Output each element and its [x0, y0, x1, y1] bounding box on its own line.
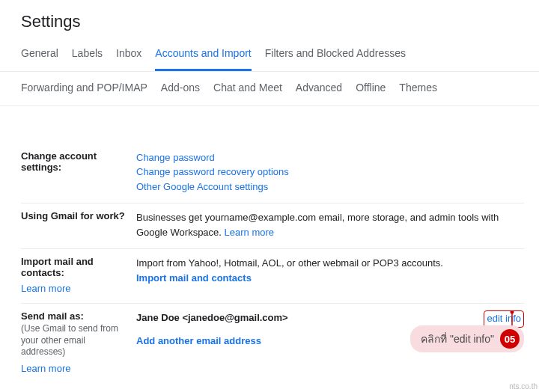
- link-workspace-learn-more[interactable]: Learn more: [225, 227, 274, 238]
- link-send-as-learn-more[interactable]: Learn more: [21, 363, 130, 374]
- tab-forwarding[interactable]: Forwarding and POP/IMAP: [21, 79, 147, 96]
- label-send-mail-as: Send mail as: (Use Gmail to send from yo…: [21, 310, 136, 374]
- link-edit-info[interactable]: edit info: [487, 313, 521, 324]
- label-send-as-text: Send mail as:: [21, 310, 84, 322]
- link-other-settings[interactable]: Other Google Account settings: [136, 180, 524, 195]
- tab-filters[interactable]: Filters and Blocked Addresses: [265, 42, 406, 71]
- label-import-mail-text: Import mail and contacts:: [21, 256, 94, 278]
- tab-accounts-and-import[interactable]: Accounts and Import: [155, 42, 251, 71]
- tab-chat-meet[interactable]: Chat and Meet: [213, 79, 282, 96]
- tab-general[interactable]: General: [21, 42, 58, 71]
- text-work-gmail: Businesses get yourname@example.com emai…: [136, 212, 499, 238]
- link-change-password[interactable]: Change password: [136, 150, 524, 165]
- link-import-learn-more[interactable]: Learn more: [21, 283, 130, 294]
- label-work-gmail: Using Gmail for work?: [21, 210, 136, 221]
- row-change-account: Change account settings: Change password…: [21, 144, 524, 204]
- watermark: nts.co.th: [509, 382, 538, 391]
- tab-advanced[interactable]: Advanced: [296, 79, 342, 96]
- tab-themes[interactable]: Themes: [399, 79, 437, 96]
- label-import-mail: Import mail and contacts: Learn more: [21, 256, 136, 294]
- tab-labels[interactable]: Labels: [72, 42, 103, 71]
- row-import-mail: Import mail and contacts: Learn more Imp…: [21, 249, 524, 304]
- tabs-row-2: Forwarding and POP/IMAP Add-ons Chat and…: [0, 72, 539, 105]
- tab-addons[interactable]: Add-ons: [161, 79, 200, 96]
- row-work-gmail: Using Gmail for work? Businesses get you…: [21, 203, 524, 249]
- label-send-as-sub: (Use Gmail to send from your other email…: [21, 323, 130, 358]
- text-import-desc: Import from Yahoo!, Hotmail, AOL, or oth…: [136, 256, 524, 271]
- tab-inbox[interactable]: Inbox: [116, 42, 141, 71]
- annotation-callout: คลิกที่ "edit info" 05: [410, 325, 524, 352]
- label-change-account: Change account settings:: [21, 150, 136, 173]
- link-recovery-options[interactable]: Change password recovery options: [136, 165, 524, 180]
- tab-offline[interactable]: Offline: [356, 79, 386, 96]
- page-title: Settings: [0, 0, 539, 42]
- annotation-badge: 05: [500, 329, 520, 349]
- link-import-mail-contacts[interactable]: Import mail and contacts: [136, 271, 524, 286]
- annotation-text: คลิกที่ "edit info": [421, 331, 494, 347]
- tabs-row-1: General Labels Inbox Accounts and Import…: [0, 42, 539, 72]
- text-send-as-identity: Jane Doe <janedoe@gmail.com>: [136, 310, 288, 325]
